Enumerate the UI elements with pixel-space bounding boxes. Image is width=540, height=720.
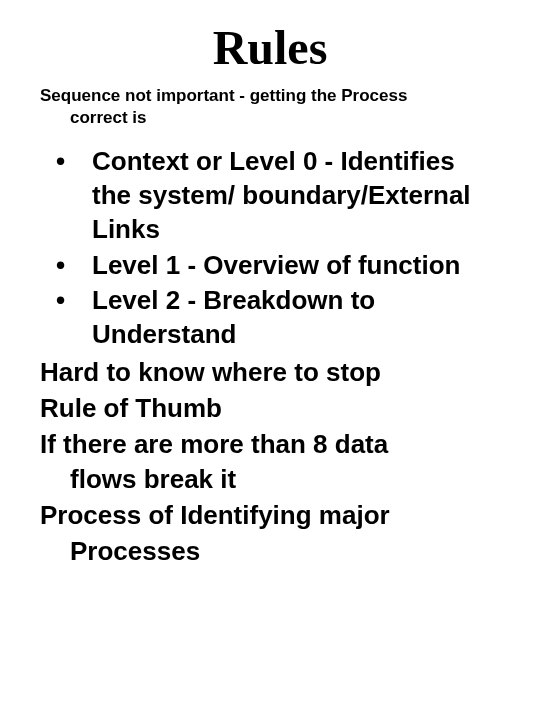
list-item: Level 2 - Breakdown to Understand — [40, 284, 500, 352]
body-line-indent: flows break it — [40, 463, 500, 497]
subtitle-line-2: correct is — [40, 107, 500, 129]
body-line: Hard to know where to stop — [40, 356, 500, 390]
body-line: If there are more than 8 data — [40, 428, 500, 462]
list-item: Level 1 - Overview of function — [40, 249, 500, 283]
bullet-list: Context or Level 0 - Identifies the syst… — [40, 145, 500, 352]
list-item: Context or Level 0 - Identifies the syst… — [40, 145, 500, 246]
slide-subtitle: Sequence not important - getting the Pro… — [40, 85, 500, 129]
subtitle-line-1: Sequence not important - getting the Pro… — [40, 85, 500, 107]
body-line-indent: Processes — [40, 535, 500, 569]
body-line: Process of Identifying major — [40, 499, 500, 533]
slide-title: Rules — [40, 20, 500, 75]
body-line: Rule of Thumb — [40, 392, 500, 426]
